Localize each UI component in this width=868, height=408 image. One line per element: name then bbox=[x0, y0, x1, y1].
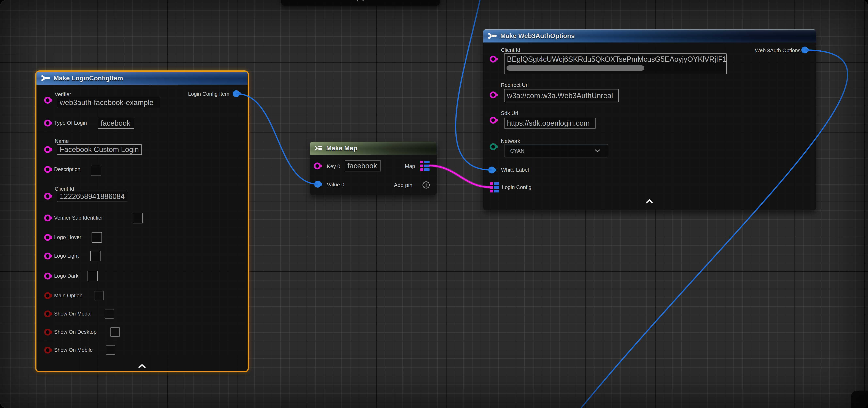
show-on-mobile-checkbox[interactable] bbox=[106, 345, 115, 355]
node-header[interactable]: Make Map bbox=[310, 142, 437, 155]
input-pin-value-0[interactable] bbox=[314, 181, 321, 188]
map-pin-key-cell bbox=[420, 165, 423, 167]
verifier-sub-identifier-input[interactable] bbox=[133, 213, 143, 224]
name-input[interactable]: Facebook Custom Login bbox=[57, 144, 142, 155]
make-struct-icon bbox=[488, 32, 497, 40]
verifier-input[interactable]: web3auth-facebook-example bbox=[57, 97, 160, 108]
input-pin-verifier-sub-identifier[interactable] bbox=[44, 214, 51, 222]
output-pin-web3auth-options[interactable] bbox=[801, 46, 808, 54]
chevron-down-icon bbox=[594, 149, 600, 152]
node-make-map[interactable]: Make Map Key 0 facebook Value 0 Map Add … bbox=[310, 142, 437, 195]
client-id-input-scrollbar[interactable] bbox=[506, 65, 644, 71]
pin-label-client-id: Client Id bbox=[501, 47, 520, 53]
wire-map-to-login-config-glow bbox=[429, 166, 490, 187]
add-pin-button[interactable] bbox=[422, 181, 430, 189]
pin-label-sdk-url: Sdk Url bbox=[501, 110, 518, 116]
pin-label-logo-hover: Logo Hover bbox=[54, 234, 81, 240]
pin-label-show-on-modal: Show On Modal bbox=[54, 311, 92, 317]
input-pin-logo-dark[interactable] bbox=[44, 273, 51, 279]
pin-label-login-config: Login Config bbox=[502, 184, 531, 191]
logo-light-input[interactable] bbox=[90, 251, 100, 261]
node-header[interactable]: Make Web3AuthOptions bbox=[483, 29, 816, 43]
map-pin-key-cell bbox=[490, 190, 493, 193]
node-title: Make Map bbox=[326, 144, 357, 152]
collapse-node-button[interactable] bbox=[138, 364, 146, 368]
input-pin-show-on-mobile[interactable] bbox=[44, 347, 51, 353]
input-pin-login-config[interactable] bbox=[490, 182, 499, 193]
node-header[interactable]: Make LoginConfigItem bbox=[36, 72, 248, 85]
make-map-icon bbox=[314, 144, 322, 152]
pin-label-verifier: Verifier bbox=[55, 91, 71, 98]
collapse-node-button[interactable] bbox=[646, 199, 653, 203]
pin-label-description: Description bbox=[54, 166, 81, 172]
pin-label-main-option: Main Option bbox=[54, 293, 83, 299]
map-pin-key-cell bbox=[490, 182, 493, 185]
description-input[interactable] bbox=[91, 165, 101, 175]
logo-dark-input[interactable] bbox=[88, 271, 98, 281]
network-dropdown[interactable]: CYAN bbox=[504, 144, 608, 158]
pin-label-show-on-desktop: Show On Desktop bbox=[54, 329, 97, 335]
output-pin-label: Map bbox=[405, 163, 415, 169]
pin-label-network: Network bbox=[501, 138, 520, 144]
node-title: Make Web3AuthOptions bbox=[500, 32, 575, 40]
input-pin-key-0[interactable] bbox=[314, 163, 321, 169]
type-of-login-input[interactable]: facebook bbox=[98, 118, 134, 129]
pin-label-show-on-mobile: Show On Mobile bbox=[54, 347, 93, 353]
input-pin-show-on-desktop[interactable] bbox=[44, 329, 51, 336]
add-pin-label[interactable]: Add pin bbox=[394, 182, 412, 189]
pin-label-redirect-url: Redirect Url bbox=[501, 82, 529, 88]
show-on-modal-checkbox[interactable] bbox=[105, 309, 114, 318]
output-pin-login-config-item[interactable] bbox=[233, 90, 240, 97]
input-pin-client-id[interactable] bbox=[44, 193, 51, 200]
offscreen-node-corner bbox=[851, 390, 868, 408]
map-pin-value-cell bbox=[424, 168, 430, 171]
map-pin-value-cell bbox=[494, 182, 499, 185]
wire-map-to-login-config[interactable] bbox=[429, 166, 490, 187]
input-pin-main-option[interactable] bbox=[44, 292, 51, 299]
output-pin-map[interactable] bbox=[420, 161, 430, 171]
input-pin-sdk-url[interactable] bbox=[490, 117, 497, 124]
input-pin-logo-light[interactable] bbox=[44, 252, 51, 260]
map-pin-value-cell bbox=[424, 165, 430, 167]
client-id-input[interactable]: 1222658941886084 bbox=[57, 191, 127, 202]
map-pin-value-cell bbox=[424, 161, 430, 163]
input-pin-name[interactable] bbox=[44, 146, 51, 153]
offscreen-node-bottom-edge[interactable] bbox=[281, 0, 440, 6]
input-pin-show-on-modal[interactable] bbox=[44, 310, 51, 317]
node-make-loginconfigitem[interactable]: Make LoginConfigItem Login Config Item V… bbox=[36, 72, 248, 371]
input-pin-network[interactable] bbox=[490, 143, 497, 150]
wire-login-config-item-to-value-0[interactable] bbox=[236, 94, 318, 184]
input-pin-redirect-url[interactable] bbox=[490, 92, 497, 98]
logo-hover-input[interactable] bbox=[92, 232, 102, 243]
pin-label-type-of-login: Type Of Login bbox=[54, 120, 87, 126]
input-pin-type-of-login[interactable] bbox=[44, 120, 51, 127]
main-option-checkbox[interactable] bbox=[94, 291, 103, 300]
client-id-input[interactable]: BEglQSgt4cUWcj6SKRdu5QkOXTsePmMcusG5EAoy… bbox=[504, 54, 727, 74]
map-pin-value-cell bbox=[494, 190, 499, 193]
input-pin-verifier[interactable] bbox=[44, 97, 51, 104]
sdk-url-input[interactable]: https://sdk.openlogin.com bbox=[504, 118, 596, 129]
map-pin-key-cell bbox=[490, 186, 493, 189]
pin-label-logo-dark: Logo Dark bbox=[54, 273, 79, 279]
node-title: Make LoginConfigItem bbox=[54, 74, 123, 82]
make-struct-icon bbox=[41, 74, 50, 82]
input-pin-client-id[interactable] bbox=[490, 56, 497, 63]
key-0-input[interactable]: facebook bbox=[345, 161, 381, 171]
input-pin-logo-hover[interactable] bbox=[44, 234, 51, 241]
collapse-node-button[interactable] bbox=[356, 0, 364, 1]
blueprint-graph-canvas[interactable]: Make LoginConfigItem Login Config Item V… bbox=[0, 0, 868, 408]
map-pin-key-cell bbox=[420, 168, 423, 171]
pin-label-logo-light: Logo Light bbox=[54, 253, 79, 259]
pin-label-key-0: Key 0 bbox=[327, 163, 340, 170]
pin-label-verifier-sub-identifier: Verifier Sub Identifier bbox=[54, 215, 103, 221]
map-pin-value-cell bbox=[494, 186, 499, 189]
input-pin-white-label[interactable] bbox=[488, 167, 495, 173]
redirect-url-input[interactable]: w3a://com.w3a.Web3AuthUnreal bbox=[504, 89, 619, 102]
node-make-web3authoptions[interactable]: Make Web3AuthOptions Web 3Auth Options C… bbox=[483, 29, 816, 210]
output-pin-label: Login Config Item bbox=[188, 91, 229, 97]
pin-label-value-0: Value 0 bbox=[327, 181, 344, 188]
input-pin-description[interactable] bbox=[44, 166, 51, 173]
pin-label-name: Name bbox=[55, 138, 69, 144]
pin-label-white-label: White Label bbox=[501, 167, 529, 173]
show-on-desktop-checkbox[interactable] bbox=[111, 327, 120, 337]
